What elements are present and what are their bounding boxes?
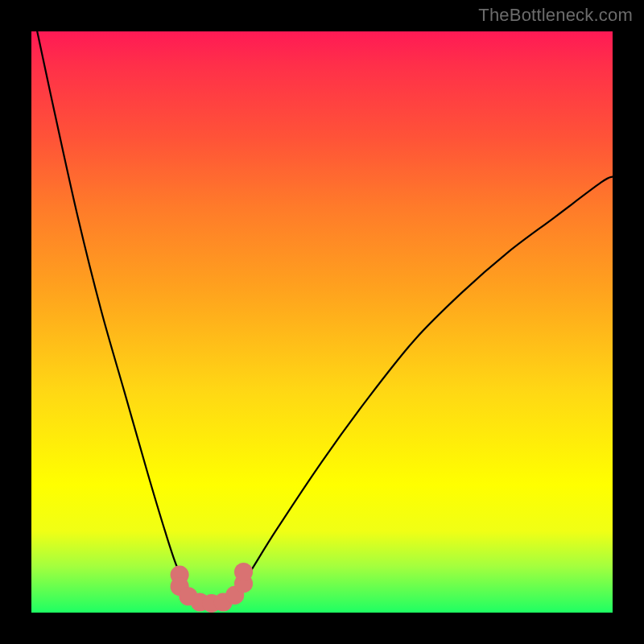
chart-frame: TheBottleneck.com xyxy=(0,0,644,644)
bottleneck-curve xyxy=(37,31,613,608)
plot-area xyxy=(31,31,613,613)
marker-group xyxy=(171,563,254,613)
watermark-text: TheBottleneck.com xyxy=(478,5,633,26)
marker-dot xyxy=(234,563,253,581)
curve-svg xyxy=(31,31,613,613)
